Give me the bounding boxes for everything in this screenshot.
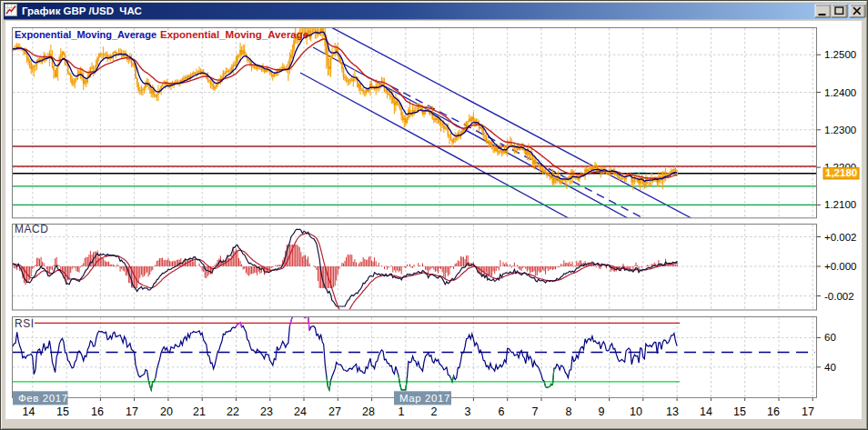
svg-text:+0.002: +0.002 <box>824 232 857 243</box>
svg-text:24: 24 <box>294 405 307 418</box>
svg-text:1.2400: 1.2400 <box>824 87 856 98</box>
svg-text:27: 27 <box>328 405 341 418</box>
svg-text:-0.002: -0.002 <box>824 291 854 302</box>
svg-text:17: 17 <box>126 405 138 418</box>
svg-text:1.2500: 1.2500 <box>824 49 856 60</box>
svg-text:16: 16 <box>91 405 104 418</box>
svg-text:Мар 2017: Мар 2017 <box>399 393 450 404</box>
svg-text:RSI: RSI <box>15 317 35 330</box>
svg-text:MACD: MACD <box>15 223 48 235</box>
svg-text:+0.000: +0.000 <box>824 261 857 272</box>
svg-text:14: 14 <box>23 405 35 418</box>
svg-text:Exponential_Moving_Average: Exponential_Moving_Average <box>160 29 308 40</box>
svg-text:8: 8 <box>566 405 572 418</box>
svg-text:7: 7 <box>532 405 539 418</box>
svg-text:40: 40 <box>824 362 836 373</box>
svg-text:13: 13 <box>666 405 679 418</box>
svg-text:23: 23 <box>260 405 273 418</box>
svg-text:60: 60 <box>824 332 836 343</box>
svg-text:10: 10 <box>630 405 642 418</box>
svg-text:15: 15 <box>733 405 746 418</box>
svg-text:Exponential_Moving_Average: Exponential_Moving_Average <box>15 29 156 40</box>
svg-text:14: 14 <box>700 405 712 418</box>
svg-text:1.2300: 1.2300 <box>824 125 856 135</box>
svg-text:1: 1 <box>399 405 405 418</box>
svg-text:17: 17 <box>802 405 814 418</box>
svg-text:28: 28 <box>362 405 375 418</box>
svg-text:Фев 2017: Фев 2017 <box>18 393 68 404</box>
svg-text:22: 22 <box>227 405 239 418</box>
svg-text:2: 2 <box>431 405 438 418</box>
svg-text:20: 20 <box>160 405 173 418</box>
svg-text:15: 15 <box>56 405 69 418</box>
svg-text:1.2100: 1.2100 <box>824 199 856 210</box>
svg-text:9: 9 <box>599 405 605 418</box>
svg-text:16: 16 <box>767 405 780 418</box>
svg-text:6: 6 <box>499 405 505 418</box>
svg-text:21: 21 <box>193 405 206 418</box>
svg-text:1,2180: 1,2180 <box>825 167 857 178</box>
svg-text:График GBP /USD ЧАС: График GBP /USD ЧАС <box>22 5 142 16</box>
svg-text:3: 3 <box>465 405 471 418</box>
